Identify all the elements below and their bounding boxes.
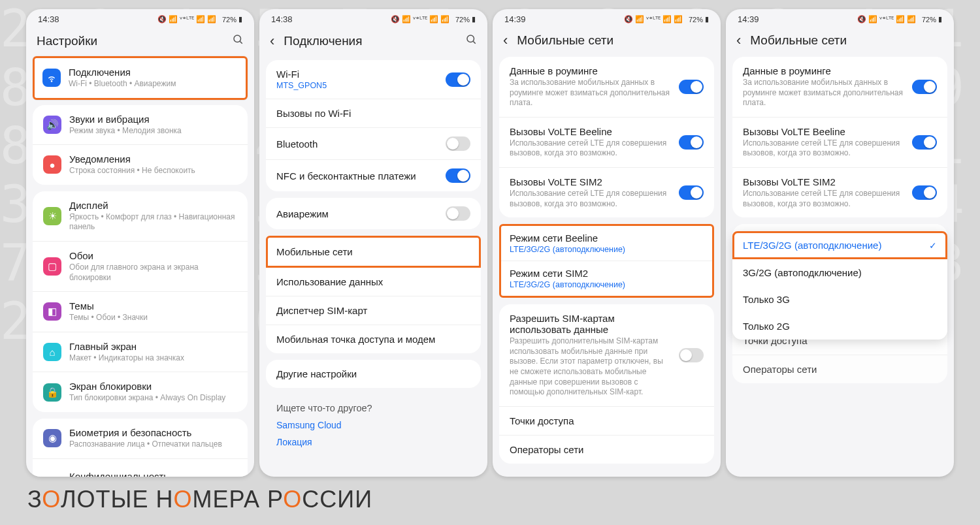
status-icons: 🔇 📶 ᵛᵒᴸᵀᴱ 📶 📶 72%▮ [857,15,942,24]
operators-row[interactable]: Операторы сети [732,355,947,383]
status-icons: 🔇 📶 ᵛᵒᴸᵀᴱ 📶 📶 72%▮ [391,15,476,24]
back-button[interactable]: ‹ [270,34,277,48]
sun-icon: ☀ [43,207,61,225]
image-icon: ▢ [43,257,61,276]
network-mode-sim2-row[interactable]: Режим сети SIM2 LTE/3G/2G (автоподключен… [501,261,712,296]
fingerprint-icon: ◉ [43,429,61,447]
phone-screenshot-2: 14:38 🔇 📶 ᵛᵒᴸᵀᴱ 📶 📶 72%▮ ‹ Подключения W… [259,9,487,477]
back-button[interactable]: ‹ [736,33,743,48]
status-icons: 🔇 📶 ᵛᵒᴸᵀᴱ 📶 📶 72%▮ [624,15,709,24]
display-row[interactable]: ☀ Дисплей Яркость • Комфорт для глаз • Н… [33,191,248,242]
bell-icon: ● [43,155,61,174]
row-sub: Wi-Fi • Bluetooth • Авиарежим [69,79,238,89]
status-time: 14:38 [271,14,293,24]
page-title: Настройки [37,34,225,48]
roaming-row[interactable]: Данные в роуминге За использование мобил… [732,57,947,118]
looking-for-section: Ищете что-то другое? Samsung Cloud Локац… [266,394,481,456]
status-time: 14:39 [738,14,759,24]
volte-sim2-row[interactable]: Вызовы VoLTE SIM2 Использование сетей LT… [499,168,714,217]
phone-screenshot-1: 14:38 🔇 📶 ᵛᵒᴸᵀᴱ 📶 📶 72%▮ Настройки Подкл… [26,9,254,477]
wifi-row[interactable]: Wi-Fi MTS_GPON5 [266,60,481,99]
nfc-toggle[interactable] [446,168,470,183]
popup-option-2g[interactable]: Только 2G [732,313,947,340]
wifi-toggle[interactable] [446,72,470,87]
sim-data-row[interactable]: Разрешить SIM-картам использовать данные… [499,304,714,407]
popup-option-3g2g[interactable]: 3G/2G (автоподключение) [732,259,947,286]
watermark-caption: ЗОЛОТЫЕ НОМЕРА РОССИИ [27,486,372,513]
network-mode-popup: LTE/3G/2G (автоподключение) ✓ 3G/2G (авт… [732,231,947,340]
data-usage-row[interactable]: Использование данных [266,268,481,296]
checkmark-icon: ✓ [929,240,937,251]
phone-screenshot-3: 14:39 🔇 📶 ᵛᵒᴸᵀᴱ 📶 📶 72%▮ ‹ Мобильные сет… [493,9,721,477]
svg-line-1 [240,41,242,43]
status-icons: 🔇 📶 ᵛᵒᴸᵀᴱ 📶 📶 72%▮ [157,15,242,24]
roaming-row[interactable]: Данные в роуминге За использование мобил… [499,57,714,118]
bluetooth-row[interactable]: Bluetooth [266,128,481,160]
operators-row[interactable]: Операторы сети [499,436,714,464]
page-title: Подключения [284,34,459,48]
airplane-toggle[interactable] [446,206,470,221]
network-mode-highlighted: Режим сети Beeline LTE/3G/2G (автоподклю… [499,224,714,298]
network-mode-beeline-row[interactable]: Режим сети Beeline LTE/3G/2G (автоподклю… [501,226,712,261]
volte2-toggle[interactable] [912,185,937,200]
roaming-toggle[interactable] [912,80,937,94]
status-bar: 14:38 🔇 📶 ᵛᵒᴸᵀᴱ 📶 📶 72%▮ [26,9,254,27]
status-bar: 14:39 🔇 📶 ᵛᵒᴸᵀᴱ 📶 📶 72%▮ [726,9,954,27]
volte2-toggle[interactable] [679,185,704,200]
notifications-row[interactable]: ● Уведомления Строка состояния • Не бесп… [33,145,248,185]
wifi-icon [42,69,61,87]
volte1-toggle[interactable] [912,135,937,150]
speaker-icon: 🔊 [43,116,61,134]
privacy-row[interactable]: Конфиденциальность [33,459,248,477]
svg-line-4 [473,41,475,43]
location-link[interactable]: Локация [276,437,470,447]
status-time: 14:39 [504,14,526,24]
sounds-row[interactable]: 🔊 Звуки и вибрация Режим звука • Мелодия… [33,105,248,146]
samsung-cloud-link[interactable]: Samsung Cloud [276,420,470,430]
themes-row[interactable]: ◧ Темы Темы • Обои • Значки [33,292,248,332]
sim-manager-row[interactable]: Диспетчер SIM-карт [266,296,481,325]
svg-point-3 [467,35,474,42]
volte-beeline-row[interactable]: Вызовы VoLTE Beeline Использование сетей… [732,118,947,168]
bluetooth-toggle[interactable] [446,136,470,151]
volte1-toggle[interactable] [679,135,704,150]
palette-icon: ◧ [43,302,61,321]
connections-row-highlighted[interactable]: Подключения Wi-Fi • Bluetooth • Авиарежи… [33,56,248,100]
row-title: Подключения [69,67,238,78]
lock-row[interactable]: 🔒 Экран блокировки Тип блокировки экрана… [33,372,248,412]
popup-option-3g[interactable]: Только 3G [732,286,947,313]
wifi-calling-row[interactable]: Вызовы по Wi-Fi [266,99,481,128]
mobile-networks-row-highlighted[interactable]: Мобильные сети [266,236,481,268]
status-bar: 14:38 🔇 📶 ᵛᵒᴸᵀᴱ 📶 📶 72%▮ [259,9,487,27]
phone-screenshot-4: 14:39 🔇 📶 ᵛᵒᴸᵀᴱ 📶 📶 72%▮ ‹ Мобильные сет… [726,9,954,477]
nfc-row[interactable]: NFC и бесконтактные платежи [266,160,481,191]
sim-data-toggle[interactable] [679,348,704,362]
roaming-toggle[interactable] [679,80,704,94]
search-icon[interactable] [465,33,477,48]
page-title: Мобильные сети [517,33,710,48]
page-title: Мобильные сети [750,33,943,48]
home-icon: ⌂ [43,343,61,361]
svg-point-2 [51,81,52,82]
airplane-row[interactable]: Авиарежим [266,198,481,229]
hotspot-row[interactable]: Мобильная точка доступа и модем [266,325,481,353]
other-settings-row[interactable]: Другие настройки [266,360,481,388]
wallpaper-row[interactable]: ▢ Обои Обои для главного экрана и экрана… [33,242,248,292]
back-button[interactable]: ‹ [503,33,510,48]
lock-icon: 🔒 [43,383,61,402]
status-bar: 14:39 🔇 📶 ᵛᵒᴸᵀᴱ 📶 📶 72%▮ [493,9,721,27]
apn-row[interactable]: Точки доступа [499,407,714,436]
home-row[interactable]: ⌂ Главный экран Макет • Индикаторы на зн… [33,332,248,373]
svg-point-0 [234,35,241,42]
volte-sim2-row[interactable]: Вызовы VoLTE SIM2 Использование сетей LT… [732,168,947,217]
volte-beeline-row[interactable]: Вызовы VoLTE Beeline Использование сетей… [499,118,714,168]
popup-option-lte[interactable]: LTE/3G/2G (автоподключение) ✓ [732,231,947,259]
search-icon[interactable] [232,33,244,48]
biometrics-row[interactable]: ◉ Биометрия и безопасность Распознавание… [33,419,248,459]
status-time: 14:38 [38,14,59,24]
